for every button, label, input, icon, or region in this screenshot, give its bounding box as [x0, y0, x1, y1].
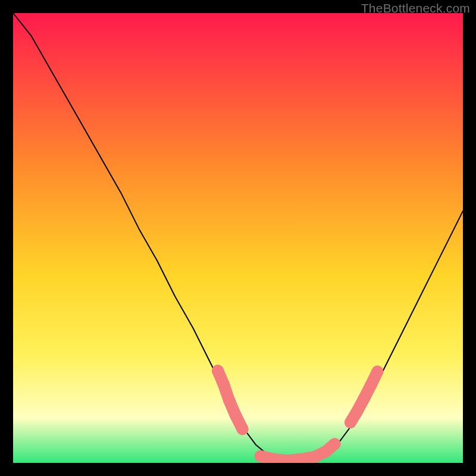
- chart-stage: TheBottleneck.com: [0, 0, 476, 476]
- gradient-bg: [13, 13, 463, 463]
- chart-svg: [13, 13, 463, 463]
- marker-right: [371, 366, 383, 378]
- plot-area: [13, 13, 463, 463]
- marker-bottom: [329, 438, 341, 450]
- marker-left: [237, 423, 249, 435]
